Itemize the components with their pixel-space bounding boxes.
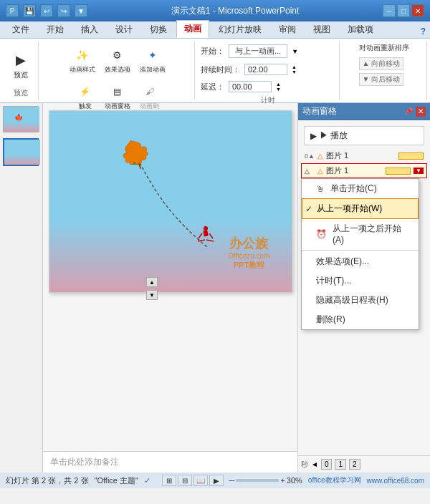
anim-style-button[interactable]: ✨ 动画样式 (66, 43, 99, 77)
minimize-button[interactable]: ─ (383, 4, 396, 17)
slide-info: 幻灯片 第 2 张，共 2 张 (6, 475, 89, 486)
tab-addins[interactable]: 加载项 (340, 21, 381, 38)
tab-transition[interactable]: 切换 (142, 21, 175, 38)
redo-icon[interactable]: ↪ (57, 4, 70, 17)
tab-insert[interactable]: 插入 (73, 21, 106, 38)
preview-group-label: 预览 (14, 88, 28, 98)
effect-options-button[interactable]: ⚙ 效果选项 (101, 43, 134, 77)
svg-point-3 (204, 226, 208, 231)
ctx-effect-options[interactable]: 效果选项(E)... (302, 252, 419, 271)
anim-brush-icon: 🖌 (140, 82, 160, 102)
start-value[interactable]: 与上一动画... (229, 44, 287, 58)
zoom-level[interactable]: 30% (287, 476, 302, 485)
anim-item-2[interactable]: △ △ 图片 1 ▼ (301, 163, 427, 178)
ctx-hide-schedule[interactable]: 隐藏高级日程表(H) (302, 291, 419, 310)
anim-item-1-bar (398, 152, 424, 160)
zoom-slider[interactable] (236, 479, 279, 482)
anim-item-1-icon: △ (317, 152, 323, 160)
anim-item-2-dropdown[interactable]: ▼ (414, 168, 424, 174)
ctx-after-prev[interactable]: ⏰ 从上一项之后开始(A) (302, 219, 419, 248)
slide-thumb-2-container: 2 (3, 138, 39, 166)
anim-timeline-footer: 秒 ◄ 0 1 2 (298, 455, 430, 472)
close-button[interactable]: ✕ (411, 4, 424, 17)
duration-spinner[interactable]: ▲ ▼ (292, 64, 297, 74)
canvas-scroll-up[interactable]: ▲ (146, 277, 158, 287)
anim-pane-pin-icon[interactable]: 📌 (404, 107, 413, 115)
preview-icon: ▶ (11, 50, 31, 70)
slide-note[interactable]: 单击此处添加备注 (43, 451, 297, 472)
slide-1-preview: 🍁 (4, 107, 39, 132)
ctx-with-prev[interactable]: ✓ 从上一项开始(W) (302, 198, 419, 219)
add-anim-icon: ✦ (143, 45, 163, 65)
anim-pane-close-button[interactable]: ✕ (416, 107, 426, 117)
tab-start[interactable]: 开始 (39, 21, 72, 38)
add-animation-button[interactable]: ✦ 添加动画 (136, 43, 169, 77)
ctx-timing[interactable]: 计时(T)... (302, 271, 419, 291)
delay-spinner[interactable]: ▲ ▼ (276, 82, 281, 92)
tab-slideshow[interactable]: 幻灯片放映 (211, 21, 269, 38)
status-check-icon: ✓ (144, 476, 150, 485)
ctx-check-icon: ✓ (305, 204, 312, 214)
slide-2-preview (4, 140, 40, 165)
ctx-delete[interactable]: 删除(R) (302, 310, 419, 329)
move-backward-button[interactable]: ▼ 向后移动 (359, 73, 404, 86)
anim-style-icon: ✨ (72, 45, 92, 65)
tab-design[interactable]: 设计 (108, 21, 140, 38)
start-dropdown-icon[interactable]: ▼ (292, 48, 298, 55)
duration-value[interactable]: 02.00 (244, 64, 287, 75)
anim-item-1[interactable]: 0▲ △ 图片 1 (301, 148, 427, 163)
canvas-area[interactable]: 办公族 Officezu.com PPT教程 ▲ ▼ (43, 103, 297, 451)
anim-item-2-bar (386, 168, 411, 175)
ctx-click-label: 单击开始(C) (330, 183, 377, 195)
reorder-label: 对动画重新排序 (359, 43, 409, 53)
ribbon-group-reorder: 对动画重新排序 ▲ 向前移动 ▼ 向后移动 (341, 42, 427, 100)
status-bar-right: ⊞ ⊟ 📖 ▶ ─ + 30% office教程学习网 www.office68… (162, 475, 424, 486)
svg-line-8 (206, 240, 214, 241)
customize-icon[interactable]: ▼ (75, 4, 87, 17)
slide-note-placeholder: 单击此处添加备注 (50, 456, 119, 468)
tab-review[interactable]: 审阅 (271, 21, 304, 38)
ctx-with-prev-label: 从上一项开始(W) (317, 203, 382, 215)
tab-animation[interactable]: 动画 (176, 20, 209, 38)
ctx-click-start[interactable]: 🖱 单击开始(C) (302, 179, 419, 198)
normal-view-button[interactable]: ⊞ (162, 475, 176, 486)
move-forward-button[interactable]: ▲ 向前移动 (359, 57, 404, 70)
maximize-button[interactable]: □ (397, 4, 410, 17)
save-icon[interactable]: 💾 (23, 4, 36, 17)
canvas-scroll-down[interactable]: ▼ (146, 290, 158, 300)
slideshow-view-button[interactable]: ▶ (209, 475, 224, 486)
timeline-2: 2 (349, 459, 360, 470)
anim-pane-title: 动画窗格 (302, 105, 337, 117)
leaf-svg (114, 132, 157, 175)
delay-value[interactable]: 00.00 (229, 81, 272, 92)
status-bar: 幻灯片 第 2 张，共 2 张 "Office 主题" ✓ ⊞ ⊟ 📖 ▶ ─ … (0, 472, 430, 488)
slide-sorter-button[interactable]: ⊟ (178, 475, 192, 486)
zoom-plus-button[interactable]: + (280, 476, 285, 485)
view-buttons: ⊞ ⊟ 📖 ▶ (162, 475, 224, 486)
reading-view-button[interactable]: 📖 (194, 475, 208, 486)
watermark: 办公族 Officezu.com PPT教程 (228, 235, 269, 271)
context-menu: 🖱 单击开始(C) ✓ 从上一项开始(W) ⏰ 从上一项之后开始(A) 效果选项… (301, 178, 419, 330)
svg-line-6 (209, 233, 213, 238)
tab-file[interactable]: 文件 (4, 21, 37, 38)
undo-icon[interactable]: ↩ (40, 4, 53, 17)
slide-1-svg: 🍁 (7, 110, 36, 128)
play-button[interactable]: ▶ ▶ 播放 (304, 126, 424, 145)
tab-view[interactable]: 视图 (305, 21, 338, 38)
anim-pane-icon: ▤ (108, 82, 128, 102)
effect-options-icon: ⚙ (108, 45, 128, 65)
slide-thumbnail-2[interactable] (3, 138, 39, 166)
slide-thumbnail-1[interactable]: 🍁 (3, 106, 39, 132)
play-icon: ▶ (310, 131, 317, 141)
timeline-unit-label: 秒 (301, 460, 308, 470)
ribbon-group-preview: ▶ 预览 预览 (3, 42, 39, 100)
zoom-minus-button[interactable]: ─ (229, 476, 235, 485)
help-button[interactable]: ? (421, 26, 426, 37)
preview-button[interactable]: ▶ 预览 (7, 48, 34, 82)
ctx-click-icon: 🖱 (316, 184, 325, 194)
timeline-left-icon[interactable]: ◄ (311, 460, 318, 468)
svg-line-7 (198, 240, 205, 241)
slide-canvas: 办公族 Officezu.com PPT教程 (49, 110, 292, 293)
ribbon-group-animation: ✨ 动画样式 ⚙ 效果选项 ✦ 添加动画 ⚡ 触发 ▤ (40, 42, 195, 100)
ctx-timing-label: 计时(T)... (316, 275, 351, 287)
